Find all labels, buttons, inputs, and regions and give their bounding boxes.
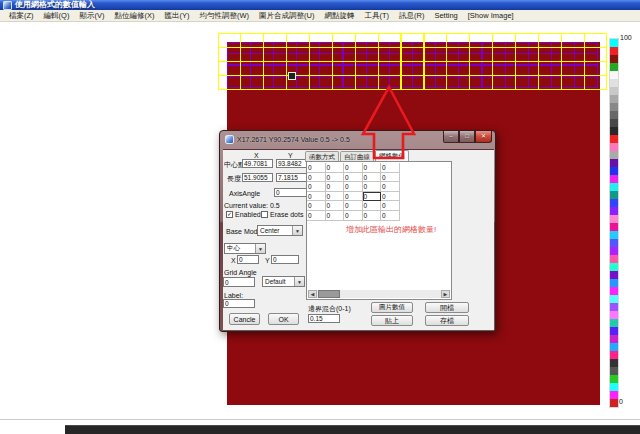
scroll-right-button[interactable]: ▶	[441, 290, 450, 298]
grid-cell[interactable]: 0	[344, 192, 363, 202]
menu-item[interactable]: 編輯(Q)	[39, 10, 75, 22]
palette-color-band	[610, 47, 618, 55]
grid-cell[interactable]: 0	[307, 201, 326, 211]
palette-color-band	[610, 391, 618, 399]
palette-color-band	[610, 175, 618, 183]
minimize-button[interactable]: –	[443, 131, 459, 143]
taskbar[interactable]	[65, 425, 640, 434]
scroll-left-button[interactable]: ◀	[308, 290, 317, 298]
axis-angle-input[interactable]	[274, 188, 307, 197]
erase-dots-checkbox[interactable]	[261, 211, 268, 218]
palette-color-band	[610, 87, 618, 95]
palette-color-band	[610, 159, 618, 167]
grid-cell[interactable]: 0	[344, 211, 363, 221]
paste-button[interactable]: 貼上	[371, 315, 413, 326]
close-button[interactable]: ✕	[475, 131, 492, 143]
grid-cell[interactable]: 0	[344, 182, 363, 192]
grid-cell[interactable]: 0	[381, 173, 400, 183]
palette-color-band	[610, 143, 618, 151]
palette-color-band	[610, 351, 618, 359]
grid-cell[interactable]: 0	[363, 163, 382, 173]
palette-color-band	[610, 255, 618, 263]
ok-button[interactable]: OK	[268, 313, 299, 325]
scroll-track[interactable]	[340, 290, 441, 298]
annotation-arrow-icon	[363, 87, 414, 158]
menu-item[interactable]: [Show Image]	[463, 10, 519, 22]
maximize-button[interactable]: □	[459, 131, 475, 143]
palette-color-band	[610, 95, 618, 103]
grid-cell[interactable]: 0	[307, 182, 326, 192]
anchor-select[interactable]: 中心 ▼	[224, 243, 266, 254]
grid-cell[interactable]: 0	[307, 211, 326, 221]
grid-angle-mode-value: Default	[265, 278, 286, 285]
offset-x-input[interactable]	[237, 255, 259, 264]
palette-color-band	[610, 303, 618, 311]
save-file-button[interactable]: 存檔	[425, 315, 469, 326]
offset-x-label: X	[231, 257, 236, 265]
grid-angle-mode-select[interactable]: Default ▼	[262, 276, 305, 287]
palette-color-band	[610, 375, 618, 383]
grid-cell[interactable]: 0	[307, 163, 326, 173]
palette-color-band	[610, 359, 618, 367]
boundary-blend-input[interactable]	[308, 314, 340, 323]
offset-y-input[interactable]	[271, 255, 299, 264]
grid-cell[interactable]: 0	[344, 163, 363, 173]
menu-item[interactable]: 檔案(Z)	[4, 10, 39, 22]
grid-cell[interactable]: 0	[326, 201, 345, 211]
palette-color-band	[610, 367, 618, 375]
scroll-thumb[interactable]	[318, 290, 340, 298]
menu-item[interactable]: 均勻性調整(W)	[194, 10, 254, 22]
grid-cell[interactable]: 0	[326, 163, 345, 173]
menu-item[interactable]: 點位編修(X)	[109, 10, 159, 22]
grid-cell[interactable]: 0	[307, 173, 326, 183]
palette-color-band	[610, 135, 618, 143]
label-input[interactable]	[223, 299, 255, 308]
menu-item[interactable]: 網點旋轉	[319, 10, 359, 22]
palette-color-band	[610, 223, 618, 231]
scale-max-label: 100	[620, 34, 632, 41]
grid-angle-input[interactable]	[223, 277, 255, 287]
grid-cell[interactable]: 0	[381, 211, 400, 221]
grid-cell[interactable]: 0	[363, 182, 382, 192]
chevron-down-icon: ▼	[255, 244, 265, 253]
grid-cell[interactable]: 0	[326, 192, 345, 202]
grid-cell[interactable]: 0	[381, 163, 400, 173]
palette-color-band	[610, 55, 618, 63]
open-file-button[interactable]: 開檔	[425, 302, 469, 313]
chevron-down-icon: ▼	[292, 226, 302, 235]
enabled-checkbox[interactable]: ✓	[226, 211, 233, 218]
grid-cell[interactable]: 0	[326, 211, 345, 221]
grid-cell[interactable]: 0	[363, 211, 382, 221]
palette-color-band	[610, 191, 618, 199]
palette-color-band	[610, 71, 618, 79]
grid-cell[interactable]: 0	[326, 173, 345, 183]
menu-item[interactable]: 圖片合成調整(U)	[254, 10, 319, 22]
grid-cell[interactable]: 0	[344, 201, 363, 211]
length-x-input[interactable]	[242, 173, 273, 182]
grid-cell[interactable]: 0	[363, 192, 382, 202]
length-y-input[interactable]	[276, 173, 307, 182]
center-x-input[interactable]	[242, 159, 273, 168]
horizontal-scrollbar[interactable]: ◀ ▶	[308, 290, 450, 298]
menu-item[interactable]: 訊息(R)	[394, 10, 429, 22]
menu-item[interactable]: 匯出(Y)	[159, 10, 194, 22]
palette-color-band	[610, 263, 618, 271]
palette-color-band	[610, 311, 618, 319]
grid-cell[interactable]: 0	[363, 201, 382, 211]
image-values-button[interactable]: 圖片數值	[371, 302, 413, 313]
palette-color-band	[610, 63, 618, 71]
grid-cell[interactable]: 0	[363, 173, 382, 183]
grid-cell[interactable]: 0	[381, 201, 400, 211]
menu-item[interactable]: Setting	[429, 10, 462, 22]
grid-cell[interactable]: 0	[326, 182, 345, 192]
menu-item[interactable]: 工具(T)	[359, 10, 394, 22]
cancel-button[interactable]: Cancle	[229, 313, 260, 325]
grid-cell[interactable]: 0	[307, 192, 326, 202]
center-y-input[interactable]	[276, 159, 307, 168]
menu-item[interactable]: 顯示(V)	[74, 10, 109, 22]
grid-cell[interactable]: 0	[381, 182, 400, 192]
palette-color-band	[610, 327, 618, 335]
base-mode-select[interactable]: Center ▼	[257, 225, 303, 236]
grid-cell[interactable]: 0	[381, 192, 400, 202]
grid-cell[interactable]: 0	[344, 173, 363, 183]
